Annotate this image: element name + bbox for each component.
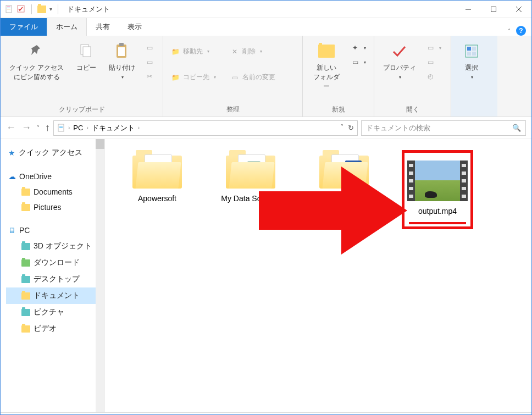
- svg-rect-12: [119, 43, 124, 46]
- rename-button[interactable]: ▭ 名前の変更: [227, 70, 279, 84]
- refresh-button[interactable]: ↻: [348, 124, 354, 132]
- easy-access-button[interactable]: ▭▾: [347, 56, 369, 69]
- open-icon: ▭: [426, 43, 435, 52]
- new-item-button[interactable]: ✦▾: [347, 41, 369, 54]
- properties-qat-icon[interactable]: [17, 5, 26, 14]
- new-folder-button[interactable]: 新しい フォルダー: [307, 39, 345, 93]
- new-folder-icon: [318, 45, 335, 58]
- scissors-icon: ✂: [145, 72, 154, 81]
- up-button[interactable]: ↑: [45, 122, 50, 134]
- forward-button[interactable]: →: [21, 122, 31, 134]
- newitem-icon: ✦: [351, 43, 359, 52]
- paste-icon: [114, 42, 130, 60]
- folder-item-3[interactable]: [308, 150, 380, 194]
- checkmark-icon: [391, 43, 408, 59]
- svg-rect-2: [7, 8, 10, 8]
- path-icon: ▭: [145, 43, 154, 52]
- folder-icon: [21, 325, 30, 333]
- sidebar-3d-objects[interactable]: 3D オブジェクト: [6, 238, 102, 254]
- svg-rect-21: [59, 127, 63, 128]
- sidebar-onedrive-documents[interactable]: Documents: [6, 184, 102, 200]
- copyto-icon: 📁: [171, 73, 180, 82]
- copy-to-button[interactable]: 📁 コピー先▾: [168, 70, 219, 84]
- group-new-label: 新規: [307, 104, 369, 115]
- history-button[interactable]: ◴: [423, 70, 445, 83]
- title-bar: ▾ ドキュメント: [1, 1, 531, 18]
- group-organize-label: 整理: [168, 104, 298, 115]
- folder-icon: [132, 150, 182, 189]
- select-button[interactable]: 選択 ▾: [456, 39, 487, 82]
- folder-item-apowersoft[interactable]: Apowersoft: [121, 150, 193, 203]
- file-item-output-mp4[interactable]: output.mp4: [402, 150, 473, 229]
- cut-button[interactable]: ✂: [142, 70, 157, 83]
- folder-icon: [21, 243, 30, 250]
- sidebar-downloads[interactable]: ダウンロード: [6, 254, 102, 271]
- svg-rect-16: [472, 47, 476, 51]
- group-open-label: 開く: [379, 104, 446, 115]
- sidebar-videos[interactable]: ビデオ: [6, 320, 102, 337]
- folder-icon: [21, 189, 30, 196]
- navigation-pane: ★クイック アクセス ☁OneDrive Documents Pictures …: [1, 139, 105, 412]
- sidebar-documents[interactable]: ドキュメント: [6, 287, 102, 304]
- copy-path-button[interactable]: ▭: [142, 41, 157, 54]
- open-button[interactable]: ▭▾: [423, 41, 445, 54]
- recent-dropdown-icon[interactable]: ˅: [37, 125, 40, 131]
- paste-button[interactable]: 貼り付け ▾: [104, 39, 140, 82]
- pc-icon: 🖥: [8, 226, 16, 235]
- folder-icon: [226, 150, 275, 189]
- paste-shortcut-button[interactable]: ▭: [142, 56, 157, 69]
- svg-rect-13: [118, 47, 125, 56]
- ribbon-collapse-icon[interactable]: ˄: [508, 28, 511, 34]
- address-bar[interactable]: › PC › ドキュメント › ˅ ↻: [53, 120, 358, 136]
- help-icon[interactable]: ?: [516, 26, 526, 36]
- annotation-underline: [409, 222, 466, 224]
- file-list[interactable]: Apowersoft My Data Sources output.mp4: [105, 139, 531, 412]
- qat-dropdown-icon[interactable]: ▾: [49, 6, 52, 12]
- folder-icon: [319, 150, 369, 189]
- file-qat-icon[interactable]: [5, 5, 14, 14]
- sidebar-onedrive-pictures[interactable]: Pictures: [6, 200, 102, 215]
- window-title: ドキュメント: [67, 4, 110, 14]
- sidebar-desktop[interactable]: デスクトップ: [6, 271, 102, 287]
- maximize-button[interactable]: [481, 1, 506, 18]
- tab-view[interactable]: 表示: [119, 18, 151, 36]
- folder-item-mydatasources[interactable]: My Data Sources: [215, 150, 286, 203]
- minimize-button[interactable]: [456, 1, 481, 18]
- cloud-icon: ☁: [8, 172, 16, 181]
- folder-icon: [21, 204, 30, 211]
- group-select-label: [456, 113, 493, 115]
- address-dropdown-icon[interactable]: ˅: [341, 124, 343, 132]
- search-icon: 🔍: [512, 124, 521, 132]
- svg-rect-17: [467, 52, 471, 56]
- ribbon: クイック アクセス にピン留めする コピー 貼り付け ▾ ▭ ▭ ✂ クリップボ…: [1, 36, 531, 117]
- folder-icon: [21, 259, 30, 267]
- copy-button[interactable]: コピー: [70, 39, 102, 75]
- sidebar-pc[interactable]: 🖥PC: [6, 223, 102, 238]
- delete-button[interactable]: ✕ 削除▾: [227, 45, 279, 58]
- navigation-bar: ← → ˅ ↑ › PC › ドキュメント › ˅ ↻ ドキュメントの検索 🔍: [1, 117, 531, 139]
- close-button[interactable]: [506, 1, 531, 18]
- crumb-pc[interactable]: PC: [72, 124, 84, 132]
- svg-rect-6: [491, 7, 496, 12]
- sidebar-scrollbar[interactable]: [96, 139, 104, 412]
- video-thumbnail-icon: [407, 161, 468, 201]
- folder-icon: [21, 276, 30, 283]
- star-icon: ★: [8, 148, 15, 157]
- tab-home[interactable]: ホーム: [47, 18, 87, 36]
- properties-button[interactable]: プロパティ ▾: [379, 39, 420, 82]
- pin-to-quick-access-button[interactable]: クイック アクセス にピン留めする: [5, 39, 68, 84]
- move-to-button[interactable]: 📁 移動先▾: [168, 45, 219, 58]
- sidebar-onedrive[interactable]: ☁OneDrive: [6, 169, 102, 184]
- back-button[interactable]: ←: [6, 122, 16, 134]
- edit-button[interactable]: ▭: [423, 56, 445, 69]
- rename-icon: ▭: [230, 73, 239, 82]
- sidebar-pictures[interactable]: ピクチャ: [6, 304, 102, 320]
- document-location-icon: [57, 124, 66, 132]
- search-input[interactable]: ドキュメントの検索 🔍: [361, 120, 526, 136]
- crumb-documents[interactable]: ドキュメント: [91, 123, 136, 133]
- sidebar-quick-access[interactable]: ★クイック アクセス: [6, 145, 102, 161]
- tab-share[interactable]: 共有: [87, 18, 119, 36]
- svg-rect-1: [7, 7, 10, 7]
- svg-rect-10: [83, 47, 91, 57]
- tab-file[interactable]: ファイル: [1, 18, 47, 36]
